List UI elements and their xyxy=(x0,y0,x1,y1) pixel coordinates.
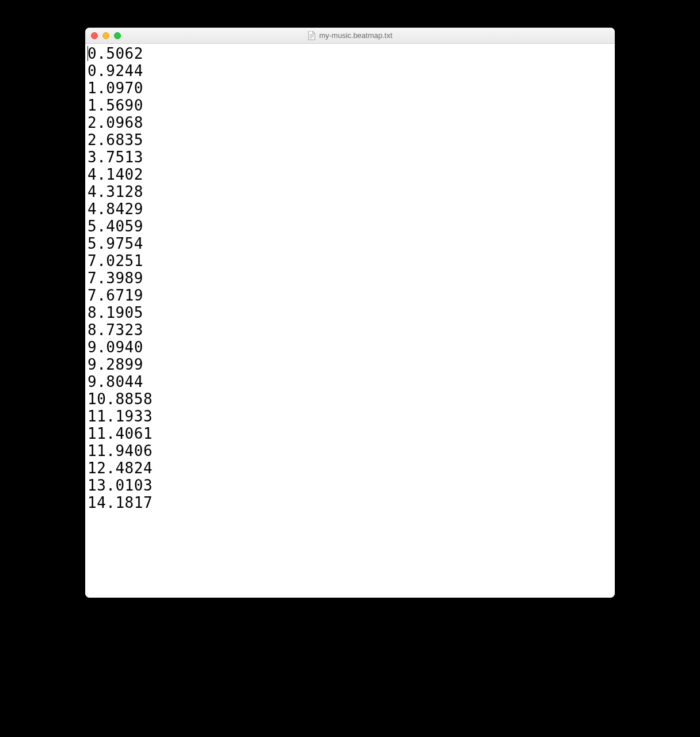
textedit-window: my-music.beatmap.txt 0.50620.92441.09701… xyxy=(85,28,615,598)
text-line[interactable]: 7.6719 xyxy=(88,287,612,304)
text-line[interactable]: 4.8429 xyxy=(88,200,612,218)
text-line[interactable]: 2.0968 xyxy=(88,114,612,131)
text-line[interactable]: 5.9754 xyxy=(88,235,612,252)
text-line[interactable]: 8.7323 xyxy=(88,321,612,339)
title-center: my-music.beatmap.txt xyxy=(85,31,615,40)
text-line[interactable]: 0.5062 xyxy=(88,45,612,62)
text-content-area[interactable]: 0.50620.92441.09701.56902.09682.68353.75… xyxy=(85,44,615,598)
text-line[interactable]: 3.7513 xyxy=(88,149,612,166)
text-line[interactable]: 1.0970 xyxy=(88,79,612,97)
text-line[interactable]: 12.4824 xyxy=(88,459,612,477)
text-line[interactable]: 9.0940 xyxy=(88,339,612,356)
traffic-lights xyxy=(91,32,121,39)
text-line[interactable]: 13.0103 xyxy=(88,477,612,494)
text-line[interactable]: 1.5690 xyxy=(88,97,612,114)
text-line[interactable]: 2.6835 xyxy=(88,131,612,149)
text-line[interactable]: 4.3128 xyxy=(88,183,612,200)
text-line[interactable]: 10.8858 xyxy=(88,390,612,408)
text-line[interactable]: 11.1933 xyxy=(88,408,612,425)
text-line[interactable]: 4.1402 xyxy=(88,166,612,183)
text-line[interactable]: 9.2899 xyxy=(88,356,612,373)
text-line[interactable]: 11.4061 xyxy=(88,425,612,442)
minimize-button[interactable] xyxy=(102,32,109,39)
text-line[interactable]: 7.0251 xyxy=(88,252,612,269)
text-cursor xyxy=(88,46,88,61)
zoom-button[interactable] xyxy=(114,32,121,39)
text-line[interactable]: 0.9244 xyxy=(88,62,612,79)
text-line[interactable]: 8.1905 xyxy=(88,304,612,321)
titlebar[interactable]: my-music.beatmap.txt xyxy=(85,28,615,44)
text-line[interactable]: 7.3989 xyxy=(88,269,612,287)
text-line[interactable]: 9.8044 xyxy=(88,373,612,390)
document-icon xyxy=(307,31,315,40)
text-line[interactable]: 11.9406 xyxy=(88,442,612,459)
text-line[interactable]: 14.1817 xyxy=(88,494,612,511)
window-title: my-music.beatmap.txt xyxy=(319,31,392,40)
text-line[interactable]: 5.4059 xyxy=(88,218,612,235)
document-lines: 0.50620.92441.09701.56902.09682.68353.75… xyxy=(88,45,612,511)
close-button[interactable] xyxy=(91,32,98,39)
